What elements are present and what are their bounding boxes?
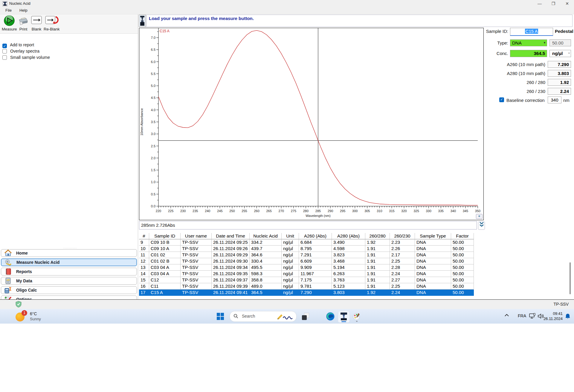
table-row[interactable]: 17C15 ATP-SSV26.11.2024 09:41364.5ng/µl7… [139,290,474,296]
svg-text:225: 225 [168,209,173,213]
svg-text:240: 240 [205,209,210,213]
close-button[interactable]: ✕ [560,0,574,7]
svg-text:335: 335 [438,209,444,213]
chart-collapse-button[interactable]: « [476,214,483,219]
option-add-to-report[interactable]: ✓ Add to report [2,42,34,48]
sidebar-item-my-data[interactable]: My Data [1,277,137,285]
table-cell: 2.17 [390,252,415,258]
blank-button[interactable]: Blank [30,15,42,31]
table-scrollbar[interactable] [570,262,571,294]
table-row[interactable]: 14C03 04 ATP-SSV26.11.2024 09:35598.3ng/… [139,271,474,277]
task-view-front-square [302,315,307,320]
table-cell: 11 [139,252,149,258]
table-row[interactable]: 16C11TP-SSV26.11.2024 09:39489.0ng/µl9.7… [139,283,474,290]
search-box[interactable]: Search [230,311,297,322]
weather-widget[interactable]: 1 6°C Sunny [16,310,75,323]
minimize-button[interactable]: — [533,0,546,7]
column-header[interactable]: 260/230 [390,233,415,239]
table-cell: 9.781 [299,283,332,290]
taskbar-paint-icon[interactable] [351,311,362,322]
readout-expand-button[interactable] [478,221,485,230]
sidebar-item-reports[interactable]: Reports [1,268,137,275]
svg-text:330: 330 [426,209,431,213]
print-button[interactable]: Print [17,15,29,31]
sidebar-item-measure-nucleic-acid[interactable]: Measure Nucleic Acid [1,258,137,266]
notification-bell-icon[interactable] [565,313,570,319]
column-header[interactable]: Nucleic Acid [250,233,282,239]
table-cell: 330.4 [250,258,282,264]
spectrum-plot[interactable]: 0.00.51.01.52.02.53.03.54.04.55.05.56.06… [139,28,483,220]
baseline-correction-checkbox[interactable]: ✓ [499,97,504,102]
table-cell: C09 10 A [149,246,181,252]
checkbox-icon[interactable] [2,55,7,60]
column-header[interactable]: Sample ID [149,233,181,239]
conc-unit-dropdown[interactable]: ng/µl ˅ [549,50,571,57]
table-cell: 334.2 [250,239,282,246]
table-cell: 9.909 [299,264,332,271]
sidebar-item-label: Home [16,249,28,257]
restore-button[interactable]: ❐ [546,0,560,7]
column-header[interactable]: Sample Type [415,233,451,239]
measure-button[interactable]: Measure [2,15,17,31]
table-cell: C03 04 A [149,271,181,277]
results-table: #Sample IDUser nameDate and TimeNucleic … [139,233,474,296]
taskbar-edge-icon[interactable] [325,311,336,322]
table-row[interactable]: 13C03 04 ATP-SSV26.11.2024 09:34495.5ng/… [139,264,474,271]
column-header[interactable]: 260/280 [365,233,390,239]
volume-icon[interactable] [538,313,544,319]
task-view-button[interactable] [302,313,309,320]
cursor-readout-text: 285nm 2.726Abs [141,223,175,228]
sample-id-input[interactable]: C15 A [510,28,553,36]
table-cell: 5.194 [332,264,365,271]
splitter-handle[interactable]: .......... [61,246,79,249]
checkbox-icon[interactable] [2,49,7,53]
table-cell: 50.00 [451,239,474,246]
start-button[interactable] [216,313,224,320]
table-cell: 6.609 [299,258,332,264]
tray-expand-chevron-icon[interactable] [505,314,509,317]
table-cell: 2.25 [390,258,415,264]
baseline-wavelength-field[interactable]: 340 [548,97,561,103]
type-factor-value: 50.00 [552,40,564,45]
taskbar-nucleic-acid-app-icon[interactable] [338,311,350,323]
sidebar-item-home[interactable]: Home [1,249,137,257]
table-row[interactable]: 11C01 02TP-SSV26.11.2024 09:29364.6ng/µl… [139,252,474,258]
toolbar-button-label: Re-Blank [44,27,59,31]
table-cell: 2.25 [390,283,415,290]
language-indicator[interactable]: FRA [518,313,526,318]
network-icon[interactable] [529,313,536,319]
table-cell: 2.28 [390,264,415,271]
re-blank-button[interactable]: Re-Blank [44,15,59,31]
column-header[interactable]: # [139,233,149,239]
column-header[interactable]: A260 (Abs) [299,233,332,239]
type-dropdown[interactable]: DNA ▼ [510,39,547,46]
instrument-thumbnail-icon[interactable] [139,15,146,27]
clock[interactable]: 09:41 26.11.2024 [544,311,563,321]
menu-file[interactable]: File [3,7,14,13]
sidebar-item-oligo-calc[interactable]: Oligo Calc [1,286,137,294]
message-bar: Load your sample and press the measure b… [146,15,573,27]
column-header[interactable]: A280 (Abs) [332,233,365,239]
spectrum-chart[interactable]: 0.00.51.01.52.02.53.03.54.04.55.05.56.06… [139,28,484,220]
table-cell: TP-SSV [181,246,212,252]
column-header[interactable]: Factor [451,233,474,239]
table-cell: TP-SSV [181,290,212,296]
table-row[interactable]: 12C01 02 BTP-SSV26.11.2024 09:30330.4ng/… [139,258,474,264]
menu-help[interactable]: Help [17,7,30,13]
option-overlay-spectra[interactable]: Overlay spectra [2,49,39,54]
table-cell: C01 02 [149,252,181,258]
svg-text:5.0: 5.0 [151,84,155,88]
column-header[interactable]: User name [181,233,212,239]
table-row[interactable]: 15C12TP-SSV26.11.2024 09:37358.8ng/µl7.1… [139,277,474,283]
collapse-chevrons-icon: « [478,214,480,218]
table-row[interactable]: 9C09 10 BTP-SSV26.11.2024 09:25334.2ng/µ… [139,239,474,246]
column-header[interactable]: Date and Time [212,233,250,239]
svg-text:230: 230 [180,209,186,213]
message-text: Load your sample and press the measure b… [149,16,254,21]
table-row[interactable]: 10C09 10 ATP-SSV26.11.2024 09:26439.7ng/… [139,246,474,252]
conc-field: 364.5 [510,50,547,57]
blank-icon [30,15,42,27]
checkbox-icon[interactable]: ✓ [2,44,7,48]
option-small-sample-volume[interactable]: Small sample volume [2,55,50,60]
column-header[interactable]: Unit [282,233,299,239]
